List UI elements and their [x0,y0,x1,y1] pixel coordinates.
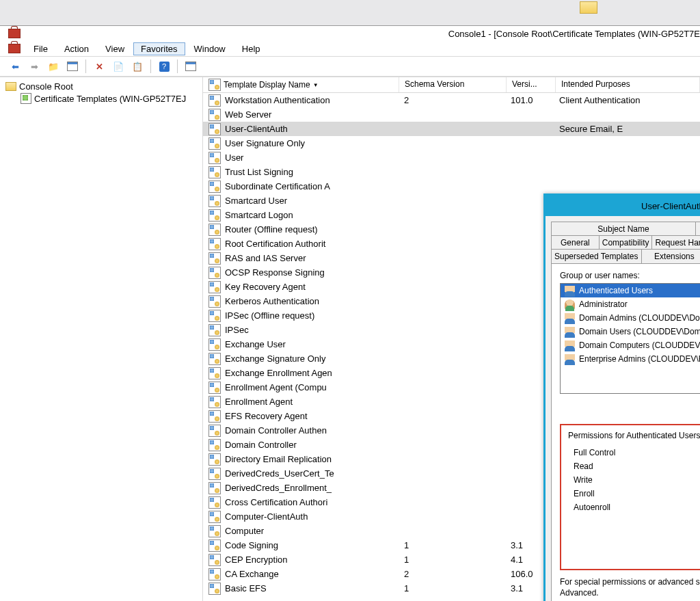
permissions-box: Permissions for Authenticated Users Allo… [560,424,700,570]
template-row[interactable]: User [203,150,700,165]
template-row[interactable]: Trust List Signing [203,165,700,179]
template-row[interactable]: Web Server [203,107,700,122]
mmc-app-icon [8,29,21,38]
export-button[interactable]: 📋 [129,58,146,75]
group-names-label: Group or user names: [560,271,700,280]
template-schema: 1 [399,583,505,593]
tree-cert-templates[interactable]: Certificate Templates (WIN-GP52T7EJ [4,92,202,105]
menu-view[interactable]: View [98,42,132,55]
template-name: Enrollment Agent (Compu [225,382,327,392]
scope-tree[interactable]: Console Root Certificate Templates (WIN-… [0,77,203,601]
dialog-body: Subject Name Issuance Requirements Gener… [546,216,700,601]
forward-button[interactable]: ➡ [26,58,42,75]
menu-file[interactable]: File [26,42,55,55]
template-schema: 2 [399,95,505,105]
title-bar: Console1 - [Console Root\Certificate Tem… [0,26,700,41]
sort-desc-icon: ▼ [313,82,319,88]
template-icon [208,367,221,379]
dialog-title-bar[interactable]: User-ClientAuth Properties ? X [546,196,700,216]
show-hide-tree-button[interactable] [64,58,81,75]
group-user-name: Domain Admins (CLOUDDEV\Domain Admins) [579,313,700,323]
window-title: Console1 - [Console Root\Certificate Tem… [448,29,700,39]
delete-button[interactable]: ✕ [91,58,107,75]
column-purpose[interactable]: Intended Purposes [556,77,700,92]
group-user-item[interactable]: Authenticated Users [561,284,700,297]
tab-extensions[interactable]: Extensions [641,249,700,263]
template-icon [208,94,221,107]
template-name: Directory Email Replication [225,454,332,464]
tree-root-label: Console Root [19,81,73,92]
tree-root[interactable]: Console Root [4,80,202,92]
group-user-item[interactable]: Enterprise Admins (CLOUDDEV\Enterprise A… [561,352,700,366]
column-template-name[interactable]: Template Display Name ▼ [203,77,399,92]
toolbar: ⬅ ➡ 📁 ✕ 📄 📋 ? [0,56,700,77]
template-icon [208,583,221,595]
template-icon [208,195,221,207]
template-icon [208,439,221,451]
template-icon [208,338,221,351]
certificate-icon [21,93,31,104]
template-icon [208,109,221,121]
group-user-item[interactable]: Domain Computers (CLOUDDEV\Domain Comput… [561,338,700,352]
toolbar-separator-3 [177,59,178,73]
group-user-item[interactable]: Domain Admins (CLOUDDEV\Domain Admins) [561,311,700,325]
properties-button[interactable]: 📄 [110,58,126,75]
template-row[interactable]: Workstation Authentication2101.0Client A… [203,93,700,107]
template-icon [208,511,221,523]
permissions-header: Permissions for Authenticated Users [568,431,700,440]
template-name: Exchange Enrollment Agen [225,368,332,378]
tree-cert-label: Certificate Templates (WIN-GP52T7EJ [34,94,186,104]
tab-compatibility[interactable]: Compatibility [599,235,653,250]
template-icon [208,425,221,437]
template-icon [208,453,221,466]
content-area: Console Root Certificate Templates (WIN-… [0,77,700,601]
tab-subject-name[interactable]: Subject Name [551,222,696,236]
template-row[interactable]: User Signature Only [203,136,700,150]
tab-general[interactable]: General [551,235,600,250]
help-button[interactable]: ? [156,58,172,75]
template-name: EFS Recovery Agent [225,411,308,421]
template-name: RAS and IAS Server [225,253,306,263]
group-user-item[interactable]: Domain Users (CLOUDDEV\Domain Users) [561,325,700,338]
menu-action[interactable]: Action [57,42,96,55]
template-name: Key Recovery Agent [225,282,306,292]
tab-request-handling[interactable]: Request Handling [651,235,700,250]
permission-name: Enroll [568,489,700,498]
menu-favorites[interactable]: Favorites [133,42,185,55]
group-user-item[interactable]: Administrator [561,297,700,311]
menu-help[interactable]: Help [234,42,268,55]
template-name: Enrollment Agent [225,397,293,407]
column-version[interactable]: Versi... [507,77,556,92]
menu-window[interactable]: Window [187,42,233,55]
tab-issuance[interactable]: Issuance Requirements [695,222,700,236]
template-icon [208,496,221,509]
tab-superseded[interactable]: Superseded Templates [551,249,642,263]
tab-strip: Subject Name Issuance Requirements Gener… [551,222,700,264]
group-icon [565,340,575,351]
column-schema[interactable]: Schema Version [399,77,507,92]
template-row[interactable]: Subordinate Certification A [203,179,700,193]
template-schema: 1 [399,555,505,565]
template-icon [208,353,221,365]
back-button[interactable]: ⬅ [7,58,23,75]
view-button[interactable] [183,58,199,75]
template-name: Subordinate Certification A [225,181,330,191]
template-name: Exchange User [225,339,286,349]
parent-app-icon [580,1,597,14]
template-icon [208,396,221,408]
special-permissions-text: For special permissions or advanced sett… [560,577,700,598]
group-user-list[interactable]: Authenticated UsersAdministratorDomain A… [560,283,700,394]
group-user-name: Authenticated Users [579,286,653,295]
template-name: User [225,152,243,163]
template-icon [208,152,221,164]
group-icon [565,354,575,364]
up-button[interactable]: 📁 [45,58,62,75]
template-icon [208,79,221,91]
template-name: Trust List Signing [225,167,293,177]
template-row[interactable]: User-ClientAuthSecure Email, E [203,122,700,136]
template-icon [208,238,221,250]
template-name: IPSec (Offline request) [225,310,314,321]
template-schema: 2 [399,569,505,579]
permission-row: Enroll✔ [568,487,700,500]
template-name: Web Server [225,109,271,120]
